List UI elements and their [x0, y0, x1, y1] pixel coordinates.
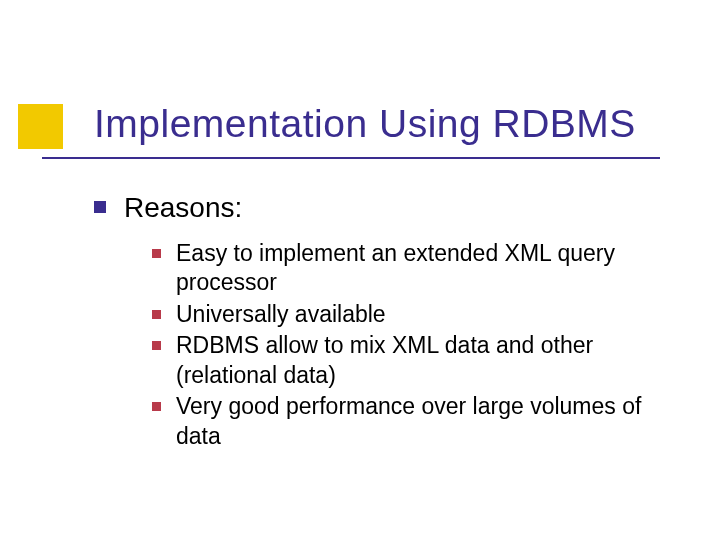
square-bullet-icon [152, 341, 161, 350]
lvl2-text: Very good performance over large volumes… [176, 392, 660, 451]
accent-block [18, 104, 63, 149]
list-item: Very good performance over large volumes… [152, 392, 660, 451]
square-bullet-icon [152, 249, 161, 258]
slide-title: Implementation Using RDBMS [94, 103, 680, 146]
title-wrap: Implementation Using RDBMS [94, 103, 680, 146]
lvl2-text: RDBMS allow to mix XML data and other (r… [176, 331, 660, 390]
slide: Implementation Using RDBMS Reasons: Easy… [0, 0, 720, 540]
lvl2-text: Universally available [176, 300, 386, 329]
square-bullet-icon [152, 402, 161, 411]
square-bullet-icon [152, 310, 161, 319]
square-bullet-icon [94, 201, 106, 213]
lvl2-text: Easy to implement an extended XML query … [176, 239, 660, 298]
slide-body: Reasons: Easy to implement an extended X… [94, 190, 660, 453]
lvl1-text: Reasons: [124, 190, 242, 225]
lvl2-list: Easy to implement an extended XML query … [152, 239, 660, 451]
list-item: Easy to implement an extended XML query … [152, 239, 660, 298]
title-underline [42, 157, 660, 159]
list-item: Universally available [152, 300, 660, 329]
list-item: RDBMS allow to mix XML data and other (r… [152, 331, 660, 390]
list-item: Reasons: [94, 190, 660, 225]
